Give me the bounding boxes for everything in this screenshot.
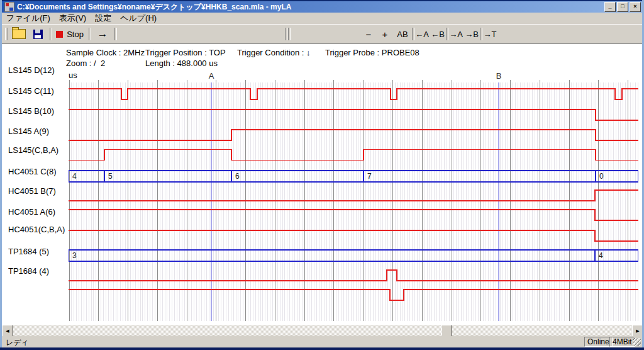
horizontal-scrollbar[interactable]: ◀ ▶	[2, 325, 642, 336]
scroll-left-icon[interactable]: ◀	[2, 325, 13, 337]
toolbar-separator	[288, 28, 291, 40]
toolbar-separator	[50, 28, 52, 40]
toolbar: Stop → 100MHz ▼ TOP ▼ ↑ ▼ PROBE00 ▼ − + …	[2, 24, 642, 44]
window-title: C:¥Documents and Settings¥noname¥デスクトップ¥…	[17, 2, 604, 13]
channel-label[interactable]: HC4051 C(8)	[8, 167, 57, 177]
toolbar-separator	[114, 28, 117, 40]
menu-view[interactable]: 表示(V)	[55, 12, 91, 25]
open-folder-icon	[12, 29, 26, 39]
bus-value: 4	[599, 251, 603, 260]
app-icon	[4, 2, 14, 12]
channel-label[interactable]: LS145(C,B,A)	[8, 145, 58, 155]
menu-settings[interactable]: 設定	[91, 12, 116, 25]
status-memory-badge: 4MBit	[609, 337, 635, 347]
channel-label-column: LS145 D(12)LS145 C(11)LS145 B(10)LS145 A…	[2, 69, 69, 322]
sample-clock-info: Sample Clock : 2MHz	[66, 48, 145, 57]
titlebar[interactable]: C:¥Documents and Settings¥noname¥デスクトップ¥…	[2, 1, 642, 13]
goto-marker-b-button[interactable]: ←B	[430, 26, 445, 42]
resize-grip[interactable]	[633, 338, 641, 346]
minimize-button[interactable]: _	[604, 2, 616, 12]
trigger-probe-info: Trigger Probe : PROBE08	[325, 48, 419, 57]
bus-value: 5	[108, 172, 113, 181]
marker-label: A	[209, 71, 214, 81]
set-marker-a-button[interactable]: →A	[448, 26, 464, 42]
waveform-client-area: Sample Clock : 2MHz Zoom : / 2 Trigger P…	[2, 44, 642, 325]
trigger-condition-info: Trigger Condition : ↓	[237, 48, 311, 57]
trigger-position-info: Trigger Position : TOP	[145, 48, 226, 57]
statusbar: レディ Online 4MBit	[2, 336, 642, 347]
channel-label[interactable]: HC4051 B(7)	[8, 186, 56, 196]
status-online-badge: Online	[584, 337, 613, 347]
channel-label[interactable]: TP1684 (5)	[8, 247, 49, 257]
marker-label: B	[496, 71, 502, 81]
save-file-button[interactable]	[30, 26, 46, 42]
grid-minor	[69, 82, 638, 321]
set-marker-b-button[interactable]: →B	[464, 26, 479, 42]
open-file-button[interactable]	[11, 26, 27, 42]
toolbar-separator	[285, 28, 287, 40]
channel-label[interactable]: HC4051 A(6)	[8, 207, 55, 217]
channel-label[interactable]: LS145 D(12)	[8, 65, 55, 76]
toolbar-grip[interactable]	[5, 28, 8, 40]
menubar: ファイル(F) 表示(V) 設定 ヘルプ(H)	[2, 13, 642, 24]
stop-icon	[56, 31, 63, 38]
scrollbar-thumb[interactable]	[441, 325, 452, 337]
run-arrow-icon: →	[97, 28, 108, 40]
length-info: Length : 488.000 us	[145, 59, 218, 68]
channel-label[interactable]: LS145 B(10)	[8, 106, 54, 116]
bus-value: 3	[72, 251, 77, 260]
channel-label[interactable]: TP1684 (4)	[8, 266, 49, 276]
status-ready-text: レディ	[6, 337, 29, 348]
zoom-in-button[interactable]: +	[378, 26, 392, 42]
bus-value: 0	[599, 172, 604, 181]
toolbar-separator	[89, 28, 91, 40]
stop-button[interactable]: Stop	[53, 26, 86, 42]
bus-value: 4	[72, 172, 77, 181]
zoom-out-button[interactable]: −	[362, 26, 375, 42]
channel-label[interactable]: LS145 C(11)	[8, 86, 54, 96]
zoom-info: Zoom : / 2	[66, 59, 105, 68]
close-button[interactable]: ×	[630, 2, 641, 12]
ab-button[interactable]: AB	[394, 26, 411, 42]
goto-trigger-button[interactable]: →T	[482, 26, 497, 42]
run-button[interactable]: →	[93, 26, 112, 42]
bus-value: 6	[235, 172, 240, 181]
channel-label[interactable]: LS145 A(9)	[8, 127, 49, 137]
goto-marker-a-button[interactable]: ←A	[414, 26, 430, 42]
window-border-bottom	[0, 347, 644, 350]
window-border-left	[0, 0, 2, 350]
channel-label[interactable]: HC4051(C,B,A)	[8, 225, 65, 235]
menu-help[interactable]: ヘルプ(H)	[116, 12, 161, 25]
app-window: C:¥Documents and Settings¥noname¥デスクトップ¥…	[0, 0, 644, 350]
waveform-plot[interactable]: AB4567034	[69, 69, 638, 322]
bus-value: 7	[367, 172, 372, 181]
maximize-button[interactable]: □	[617, 2, 628, 12]
menu-file[interactable]: ファイル(F)	[2, 12, 55, 25]
marker-A[interactable]: A	[209, 71, 214, 321]
save-floppy-icon	[33, 30, 43, 39]
